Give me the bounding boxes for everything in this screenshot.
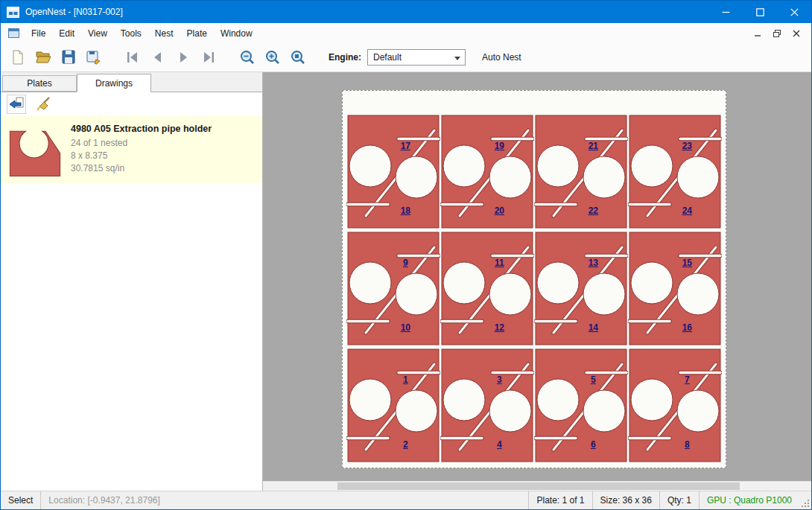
horizontal-scrollbar[interactable] — [263, 481, 811, 491]
menu-item-edit[interactable]: Edit — [52, 25, 81, 42]
part-number-top: 11 — [495, 258, 504, 268]
maximize-button[interactable] — [743, 1, 777, 23]
mdi-minimize-icon[interactable] — [749, 26, 767, 41]
nest-pair-cell[interactable]: 17 18 — [346, 114, 440, 231]
nest-pair-cell[interactable]: 5 6 — [534, 348, 628, 465]
drawing-area: 30.7815 sq/in — [71, 162, 212, 175]
status-bar: Select Location: [-0.9437, 21.8796] Plat… — [1, 491, 811, 509]
nested-part-pair — [440, 231, 534, 348]
nested-part-pair — [346, 348, 440, 465]
mdi-close-icon[interactable] — [787, 26, 805, 41]
part-thumbnail — [8, 122, 62, 177]
title-bar: OpenNest - [N0317-002] — [1, 1, 811, 23]
import-drawing-icon[interactable] — [7, 95, 26, 114]
part-number-top: 21 — [589, 141, 598, 151]
new-file-icon[interactable] — [5, 45, 31, 69]
resize-grip[interactable] — [799, 491, 811, 509]
save-icon[interactable] — [56, 45, 81, 69]
nested-part-pair — [440, 114, 534, 231]
part-number-bottom: 4 — [497, 439, 502, 450]
nested-part-pair — [534, 114, 628, 231]
sidebar: Plates Drawings — [1, 72, 263, 491]
part-number-bottom: 22 — [589, 205, 598, 216]
first-plate-icon[interactable] — [120, 45, 145, 69]
part-number-top: 3 — [497, 374, 502, 385]
drawing-nested-count: 24 of 1 nested — [71, 137, 212, 150]
menu-item-view[interactable]: View — [81, 25, 114, 42]
mdi-child-icon[interactable] — [8, 28, 22, 39]
engine-label: Engine: — [329, 52, 361, 63]
nest-pair-cell[interactable]: 7 8 — [628, 348, 722, 465]
drawing-dimensions: 8 x 8.375 — [71, 150, 212, 162]
nest-pair-cell[interactable]: 3 4 — [440, 348, 534, 465]
nest-pair-cell[interactable]: 9 10 — [346, 231, 440, 348]
nest-pair-cell[interactable]: 13 14 — [534, 231, 628, 348]
save-edit-icon[interactable] — [81, 45, 107, 69]
drawings-panel: 4980 A05 Extraction pipe holder 24 of 1 … — [1, 92, 262, 491]
part-number-bottom: 6 — [591, 439, 596, 450]
engine-select-value: Default — [373, 52, 402, 63]
nest-canvas[interactable]: 17 18 19 20 21 22 — [263, 72, 811, 491]
sidebar-tabstrip: Plates Drawings — [1, 72, 262, 92]
zoom-out-icon[interactable] — [235, 45, 260, 69]
part-number-bottom: 8 — [685, 439, 690, 450]
tab-plates[interactable]: Plates — [2, 75, 77, 92]
nested-part-pair — [628, 114, 722, 231]
last-plate-icon[interactable] — [196, 45, 221, 69]
nest-grid: 17 18 19 20 21 22 — [346, 114, 722, 465]
drawing-list-item[interactable]: 4980 A05 Extraction pipe holder 24 of 1 … — [1, 116, 262, 183]
part-number-top: 7 — [685, 374, 690, 385]
app-icon — [7, 5, 20, 19]
clean-icon[interactable] — [34, 95, 53, 114]
nested-part-pair — [534, 348, 628, 465]
menu-item-tools[interactable]: Tools — [114, 25, 148, 42]
app-window: OpenNest - [N0317-002] FileEditViewTools… — [0, 0, 812, 510]
menu-item-nest[interactable]: Nest — [148, 25, 180, 42]
nest-pair-cell[interactable]: 15 16 — [628, 231, 722, 348]
status-qty: Qty: 1 — [659, 491, 699, 509]
menu-item-plate[interactable]: Plate — [180, 25, 214, 42]
nested-part-pair — [346, 114, 440, 231]
part-number-top: 19 — [495, 141, 504, 151]
status-gpu: GPU : Quadro P1000 — [699, 491, 799, 509]
open-folder-icon[interactable] — [31, 45, 56, 69]
zoom-in-icon[interactable] — [260, 45, 285, 69]
main-toolbar: Engine: Default Auto Nest — [1, 43, 811, 72]
close-button[interactable] — [777, 1, 811, 23]
auto-nest-button[interactable]: Auto Nest — [482, 52, 521, 63]
engine-select[interactable]: Default — [367, 49, 466, 66]
menu-item-window[interactable]: Window — [214, 25, 259, 42]
chevron-down-icon — [454, 57, 460, 60]
scrollbar-thumb[interactable] — [337, 482, 740, 490]
nested-part-pair — [346, 231, 440, 348]
part-number-top: 5 — [591, 374, 596, 385]
mdi-restore-icon[interactable] — [768, 26, 786, 41]
zoom-fit-icon[interactable] — [285, 45, 311, 69]
tab-drawings[interactable]: Drawings — [77, 74, 151, 92]
menu-item-file[interactable]: File — [25, 25, 52, 42]
nest-pair-cell[interactable]: 19 20 — [440, 114, 534, 231]
part-number-top: 15 — [682, 258, 692, 268]
nested-part-pair — [440, 348, 534, 465]
plate-sheet[interactable]: 17 18 19 20 21 22 — [342, 90, 726, 468]
part-number-top: 9 — [403, 258, 408, 268]
nest-pair-cell[interactable]: 11 12 — [440, 231, 534, 348]
part-number-top: 23 — [682, 141, 692, 151]
part-number-top: 17 — [401, 141, 410, 151]
nest-pair-cell[interactable]: 23 24 — [628, 114, 722, 231]
nest-pair-cell[interactable]: 21 22 — [534, 114, 628, 231]
part-number-bottom: 2 — [403, 439, 408, 450]
main-area: Plates Drawings — [1, 72, 811, 491]
part-number-bottom: 24 — [682, 205, 692, 216]
minimize-button[interactable] — [708, 1, 743, 23]
window-title: OpenNest - [N0317-002] — [25, 7, 123, 17]
next-plate-icon[interactable] — [171, 45, 196, 69]
previous-plate-icon[interactable] — [145, 45, 171, 69]
menu-items: FileEditViewToolsNestPlateWindow — [25, 28, 259, 39]
nested-part-pair — [628, 348, 722, 465]
drawings-toolbar — [1, 92, 262, 116]
drawing-title: 4980 A05 Extraction pipe holder — [71, 124, 212, 134]
status-plate: Plate: 1 of 1 — [528, 491, 591, 509]
part-number-top: 13 — [589, 258, 598, 268]
nest-pair-cell[interactable]: 1 2 — [346, 348, 440, 465]
